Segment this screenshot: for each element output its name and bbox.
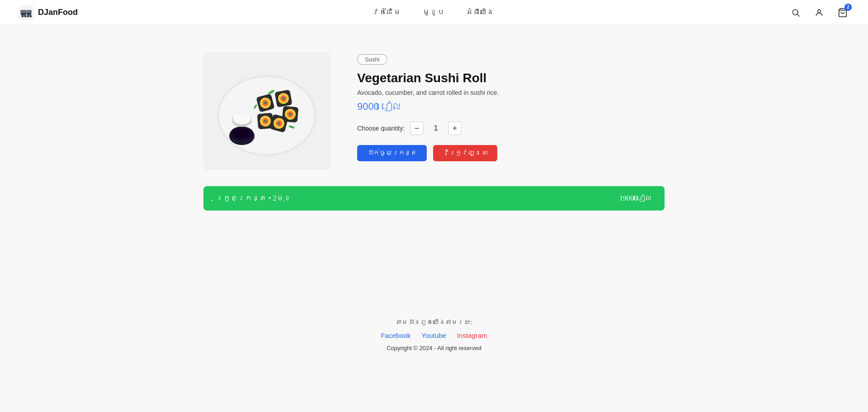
svg-line-9 [797,14,800,16]
cart-button[interactable]: 2 [835,5,850,20]
cart-summary-left: ក្រូតក្រន្ត • 2មុខ [216,194,291,202]
product-section: Sushi Vegetarian Sushi Roll Avocado, cuc… [203,52,665,170]
svg-point-18 [233,113,251,124]
logo-text: DJanFood [38,8,78,17]
svg-point-16 [233,129,251,138]
action-buttons: ដាក់ចូលក្រន្ត វិក្រូវឡូរនេះ [357,145,665,161]
footer-link-facebook[interactable]: Facebook [381,332,410,339]
product-title: Vegetarian Sushi Roll [357,71,665,85]
product-description: Avocado, cucumber, and carrot rolled in … [357,89,665,96]
product-price: 9000 រៀល [357,101,665,112]
footer-link-instagram[interactable]: Instagram [457,332,487,339]
nav-item-home[interactable]: វត័ំដើម [372,9,401,16]
quantity-value: 1 [429,124,443,132]
svg-point-38 [264,120,267,122]
header-icons: 2 [788,5,850,20]
buy-now-button[interactable]: វិក្រូវឡូរនេះ [433,145,497,161]
category-badge: Sushi [357,54,387,65]
sushi-illustration [212,57,321,165]
cart-summary-right: 19000រៀល [619,194,652,202]
cart-summary-bar[interactable]: ក្រូតក្រន្ត • 2មុខ 19000រៀល [203,186,665,211]
logo-link[interactable]: DJanFood [18,5,78,21]
svg-point-10 [818,9,821,13]
svg-point-3 [24,15,27,17]
svg-rect-7 [27,10,32,13]
product-image [203,52,330,170]
svg-point-30 [289,113,292,116]
svg-rect-6 [20,10,27,13]
logo-icon [18,5,34,21]
add-to-cart-button[interactable]: ដាក់ចូលក្រន្ត [357,145,427,161]
svg-point-5 [30,15,32,17]
user-icon [815,8,824,17]
cart-badge: 2 [844,4,852,11]
svg-point-4 [27,15,29,17]
product-info: Sushi Vegetarian Sushi Roll Avocado, cuc… [357,52,665,161]
quantity-increase-button[interactable]: + [448,122,462,135]
quantity-label: Choose quantity: [357,125,405,132]
footer: តាមដានពួកយើងតាមរយៈ: Facebook Youtube Ins… [0,301,868,365]
quantity-row: Choose quantity: − 1 + [357,122,665,135]
footer-copyright: Copyright © 2024 - All right reserved [0,345,868,351]
svg-point-8 [793,9,798,15]
nav-item-menu[interactable]: មូខូប [423,9,444,16]
main-nav: វត័ំដើម មូខូប អំពីយើង [372,9,494,16]
footer-links: Facebook Youtube Instagram [0,332,868,339]
search-icon [791,8,800,17]
svg-point-34 [278,122,280,125]
footer-follow-text: តាមដានពួកយើងតាមរយៈ: [0,319,868,326]
footer-link-youtube[interactable]: Youtube [421,332,446,339]
quantity-decrease-button[interactable]: − [410,122,424,135]
main-content: Sushi Vegetarian Sushi Roll Avocado, cuc… [185,25,683,229]
site-header: DJanFood វត័ំដើម មូខូប អំពីយើង 2 [0,0,868,25]
user-account-button[interactable] [812,5,826,20]
search-button[interactable] [788,5,803,20]
nav-item-about[interactable]: អំពីយើង [466,9,494,16]
svg-point-2 [22,15,24,17]
svg-point-26 [282,97,285,100]
